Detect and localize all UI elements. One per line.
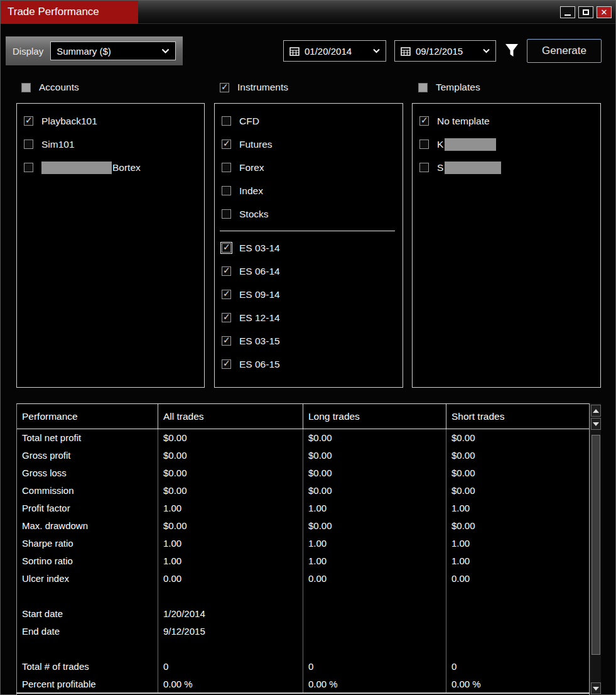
cell-short-trades: 1.00 <box>446 552 590 570</box>
cell-all-trades: 1.00 <box>158 500 303 517</box>
row-label: Commission <box>17 482 158 500</box>
scrollbar-thumb[interactable] <box>592 435 600 655</box>
instrument-type-index[interactable]: Index <box>215 179 403 202</box>
accounts-checkbox[interactable] <box>21 83 31 92</box>
display-dropdown[interactable]: Summary ($) <box>50 41 176 60</box>
table-row: Gross profit $0.00 $0.00 $0.00 <box>17 447 589 464</box>
accounts-label: Accounts <box>39 82 79 93</box>
date-to-picker[interactable]: 09/12/2015 <box>394 40 496 62</box>
contract-checkbox[interactable] <box>222 243 231 253</box>
cell-short-trades: 0.00 % <box>446 676 590 693</box>
template-item-no-template[interactable]: No template <box>413 109 600 133</box>
cell-long-trades <box>303 623 446 640</box>
account-item-sim101[interactable]: Sim101 <box>17 133 204 156</box>
template-label: No template <box>437 116 490 127</box>
instrument-checkbox[interactable] <box>222 163 231 172</box>
maximize-button[interactable] <box>578 6 593 18</box>
row-label <box>17 640 158 658</box>
calendar-icon <box>289 47 300 56</box>
generate-button[interactable]: Generate <box>527 39 602 63</box>
window-title: Trade Performance <box>1 1 138 24</box>
instrument-checkbox[interactable] <box>222 209 231 219</box>
instruments-checkbox[interactable] <box>220 83 229 92</box>
cell-short-trades: 0.00 <box>446 570 590 588</box>
account-item-playback101[interactable]: Playback101 <box>17 109 204 133</box>
contract-checkbox[interactable] <box>222 266 231 276</box>
instrument-checkbox[interactable] <box>222 116 231 126</box>
table-row: Total # of trades 0 0 0 <box>17 658 589 676</box>
cell-short-trades: $0.00 <box>446 517 590 535</box>
templates-list: No template K S <box>412 103 601 388</box>
contract-item-es-12-14[interactable]: ES 12-14 <box>215 306 403 329</box>
minimize-button[interactable] <box>560 6 575 18</box>
cell-short-trades <box>446 605 590 623</box>
date-from-picker[interactable]: 01/20/2014 <box>283 40 386 62</box>
template-checkbox[interactable] <box>419 140 429 149</box>
scroll-down-button-top[interactable] <box>591 418 601 430</box>
account-checkbox[interactable] <box>24 116 33 126</box>
table-bottom-edge <box>16 692 590 694</box>
table-row: Total net profit $0.00 $0.00 $0.00 <box>17 429 589 447</box>
row-label: Gross loss <box>17 464 158 482</box>
accounts-list: Playback101 Sim101 Bortex <box>16 103 205 388</box>
column-header-all-trades[interactable]: All trades <box>158 404 303 429</box>
window-controls: ✕ <box>560 6 612 18</box>
scroll-up-button[interactable] <box>591 405 601 417</box>
template-checkbox[interactable] <box>419 163 429 172</box>
cell-short-trades: 1.00 <box>446 500 590 517</box>
contract-item-es-06-14[interactable]: ES 06-14 <box>215 260 403 283</box>
titlebar[interactable]: Trade Performance ✕ <box>1 1 615 24</box>
table-row <box>17 640 589 658</box>
contract-item-es-03-15[interactable]: ES 03-15 <box>215 329 403 353</box>
template-item-redacted-2[interactable]: S <box>413 156 600 179</box>
cell-all-trades <box>158 588 303 605</box>
templates-checkbox[interactable] <box>418 83 428 92</box>
close-button[interactable]: ✕ <box>597 6 612 18</box>
row-label: End date <box>17 623 158 640</box>
chevron-down-icon <box>161 48 170 54</box>
account-checkbox[interactable] <box>24 163 33 172</box>
instrument-checkbox[interactable] <box>222 186 231 195</box>
redacted-text <box>445 138 496 151</box>
column-header-performance[interactable]: Performance <box>17 404 158 429</box>
instrument-type-cfd[interactable]: CFD <box>215 109 403 133</box>
chevron-down-icon <box>373 48 380 53</box>
account-checkbox[interactable] <box>24 140 33 149</box>
scroll-up-icon <box>593 409 599 413</box>
cell-long-trades <box>303 640 446 658</box>
cell-all-trades <box>158 640 303 658</box>
instrument-type-stocks[interactable]: Stocks <box>215 202 403 226</box>
scroll-down-button[interactable] <box>591 682 601 694</box>
contract-item-es-09-14[interactable]: ES 09-14 <box>215 283 403 306</box>
instrument-type-futures[interactable]: Futures <box>215 133 403 156</box>
column-header-short-trades[interactable]: Short trades <box>446 404 590 429</box>
contract-checkbox[interactable] <box>222 313 231 322</box>
table-row: Start date 1/20/2014 <box>17 605 589 623</box>
instrument-label: CFD <box>239 116 259 127</box>
table-row <box>17 588 589 605</box>
table-vertical-scrollbar[interactable] <box>590 403 601 695</box>
contract-label: ES 03-15 <box>239 336 280 347</box>
contract-item-es-03-14[interactable]: ES 03-14 <box>215 236 403 260</box>
maximize-icon <box>583 9 589 15</box>
row-label: Start date <box>17 605 158 623</box>
instrument-label: Futures <box>239 139 273 150</box>
filter-icon[interactable] <box>505 43 519 58</box>
cell-short-trades: $0.00 <box>446 464 590 482</box>
template-checkbox[interactable] <box>419 116 429 126</box>
instrument-label: Stocks <box>239 209 269 220</box>
column-header-long-trades[interactable]: Long trades <box>303 404 446 429</box>
cell-all-trades: 0 <box>158 658 303 676</box>
date-to-value: 09/12/2015 <box>416 46 478 57</box>
row-label: Gross profit <box>17 447 158 464</box>
contract-checkbox[interactable] <box>222 290 231 299</box>
contract-item-es-06-15[interactable]: ES 06-15 <box>215 353 403 376</box>
contract-checkbox[interactable] <box>222 359 231 369</box>
cell-all-trades: 0.00 % <box>158 676 303 693</box>
account-item-redacted[interactable]: Bortex <box>17 156 204 179</box>
instrument-type-forex[interactable]: Forex <box>215 156 403 179</box>
instrument-checkbox[interactable] <box>222 140 231 149</box>
template-item-redacted-1[interactable]: K <box>413 133 600 156</box>
trade-performance-window: Trade Performance ✕ Display Summary ($) <box>0 0 616 695</box>
contract-checkbox[interactable] <box>222 336 231 346</box>
